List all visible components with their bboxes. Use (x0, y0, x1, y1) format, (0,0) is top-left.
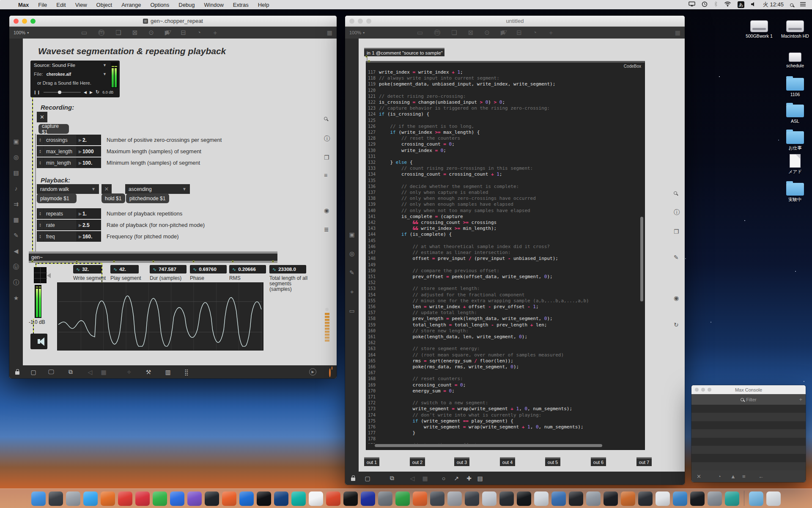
hold-toggle[interactable]: ✕ (102, 184, 112, 194)
sound-file-player[interactable]: Source: Sound File▼ File: cherokee.aif ▼… (30, 61, 120, 97)
dock-app-21[interactable] (378, 491, 392, 506)
close-button[interactable] (14, 19, 19, 24)
pitchedmode-message[interactable]: pitchedmode $1 (126, 193, 169, 203)
desktop-icon-6[interactable]: お仕事 (780, 130, 810, 150)
dock-app-14[interactable] (257, 491, 271, 506)
outlet-1[interactable]: out 1 (364, 457, 379, 466)
wrench-icon[interactable]: ⚒ (144, 365, 153, 378)
toolbar-icon-3[interactable]: ❏ (451, 29, 457, 37)
dock-app-37[interactable] (656, 491, 670, 506)
dock-app-41[interactable] (725, 491, 739, 506)
dock-app-1[interactable] (31, 491, 46, 506)
edge-icon-6[interactable]: ↻ (674, 321, 679, 328)
playback-slider[interactable] (44, 92, 81, 93)
toolbar-icon-8[interactable]: ◔ (533, 29, 537, 37)
attrui-rate[interactable]: ▲▼rate▶2.5 (37, 220, 101, 230)
zoom-selector[interactable]: 100% ▾ (345, 30, 369, 35)
menu-item-object[interactable]: Object (92, 0, 117, 9)
wifi-icon[interactable] (724, 1, 731, 8)
dock-app-34[interactable] (604, 491, 618, 506)
dock-app-20[interactable] (361, 491, 375, 506)
volume-icon[interactable] (751, 2, 757, 8)
tool-icon-8[interactable]: ▤ (475, 472, 485, 485)
param-value[interactable]: ▶2. (77, 135, 101, 145)
meter-knob-icon[interactable] (325, 308, 329, 311)
tool-icon-5[interactable]: ○ (439, 472, 448, 485)
edge-icon-3[interactable]: ❐ (674, 228, 679, 235)
magnify-icon[interactable] (324, 115, 327, 121)
stepper-icon[interactable]: ▲▼ (37, 146, 44, 156)
dock-app-23[interactable] (413, 491, 427, 506)
speaker-button[interactable] (30, 334, 47, 349)
dock-app-31[interactable] (551, 491, 566, 506)
dock-trash[interactable] (766, 491, 781, 506)
toolbar-icon-7[interactable]: ⊟ (516, 29, 522, 37)
dock-app-4[interactable] (83, 491, 98, 506)
attrui-repeats[interactable]: ▲▼repeats▶1. (37, 208, 101, 219)
toolbar-icon-2[interactable]: ⓜ (434, 29, 440, 37)
edge-icon-5[interactable]: ◉ (324, 207, 329, 214)
dock-app-12[interactable] (222, 491, 236, 506)
zoom-button[interactable] (30, 19, 36, 24)
tool-icon-7[interactable]: ✚ (464, 472, 474, 485)
dock-app-10[interactable] (187, 491, 202, 506)
patcher-canvas[interactable]: in 1 @comment "source to sample" CodeBox… (359, 39, 685, 472)
attrui-freq[interactable]: ▲▼freq▶160. (37, 231, 101, 242)
patcher-canvas[interactable]: Waveset segmentation & repeating playbac… (23, 39, 337, 365)
grid-icon[interactable]: ▦ (99, 365, 108, 378)
dock-app-39[interactable] (690, 491, 705, 506)
stepper-icon[interactable]: ▲▼ (37, 220, 44, 230)
back-icon[interactable]: ← (758, 473, 764, 480)
palette-icon-5[interactable]: ⇉ (9, 201, 23, 207)
pointer-icon[interactable]: ▢ (363, 472, 372, 485)
dock-app-13[interactable] (239, 491, 254, 506)
zoom-button[interactable] (708, 388, 711, 392)
warning-icon[interactable]: ▲ (730, 473, 736, 480)
console-filter-bar[interactable]: Filter + (691, 394, 806, 405)
palette-icon-9[interactable]: Ⓤ (9, 263, 23, 271)
lock-icon[interactable] (13, 365, 22, 378)
spotlight-icon[interactable] (790, 2, 793, 8)
dock-app-17[interactable] (309, 491, 323, 506)
menu-item-help[interactable]: Help (253, 0, 274, 9)
palette-icon-10[interactable]: ⓘ (9, 279, 23, 287)
window-titlebar[interactable]: untitled (345, 16, 685, 27)
codebox-object[interactable]: CodeBox 117write_index = write_index + 1… (366, 61, 645, 450)
stepper-icon[interactable]: ▲▼ (37, 209, 44, 218)
piano-icon[interactable]: ▥ (163, 365, 173, 378)
edge-icon-6[interactable]: ≣ (324, 226, 329, 233)
menu-item-file[interactable]: File (33, 0, 52, 9)
desktop-icon-3[interactable]: schedule (780, 50, 810, 68)
monitor-2[interactable]: ∿42. (110, 265, 139, 273)
menu-item-extras[interactable]: Extras (228, 0, 253, 9)
tool-icon-6[interactable]: ↗ (452, 472, 461, 485)
palette-icon-4[interactable]: ♪ (9, 185, 23, 192)
dock-app-30[interactable] (534, 491, 549, 506)
dock-app-24[interactable] (430, 491, 444, 506)
palette-icon-1[interactable]: ▣ (345, 231, 359, 238)
mute-icon[interactable]: ◁ (85, 365, 95, 378)
dock-app-29[interactable] (517, 491, 531, 506)
close-button[interactable] (349, 19, 354, 24)
playmode-menu[interactable]: random walk▼ (37, 184, 99, 194)
attrui-max_length[interactable]: ▲▼max_length▶1000 (37, 146, 101, 157)
lock-icon[interactable] (348, 472, 358, 485)
add-filter-button[interactable]: + (799, 396, 802, 403)
palette-icon-2[interactable]: ◎ (9, 154, 23, 160)
dock-app-16[interactable] (291, 491, 306, 506)
layers-icon[interactable]: ⧉ (66, 365, 75, 378)
dock-app-2[interactable] (49, 491, 63, 506)
run-button[interactable]: ▶ (309, 368, 316, 375)
grid-toggle-icon[interactable]: ▦ (327, 29, 332, 36)
dock-app-22[interactable] (395, 491, 410, 506)
attrui-min_length[interactable]: ▲▼min_length▶100. (37, 157, 101, 168)
toolbar-icon-2[interactable]: ⓜ (98, 29, 104, 37)
close-button[interactable] (695, 388, 699, 392)
desktop-icon-1[interactable]: 500GBwork 1 (744, 20, 774, 39)
palette-icon-3[interactable]: ✎ (345, 269, 359, 276)
grid-toggle-icon[interactable]: ▦ (675, 29, 680, 36)
monitor-6[interactable]: ∿23308.0 (269, 265, 306, 273)
zoom-selector[interactable]: 100% ▾ (9, 30, 33, 35)
clear-icon[interactable]: ✕ (697, 473, 701, 480)
toolbar-icon-3[interactable]: ❏ (115, 29, 121, 37)
